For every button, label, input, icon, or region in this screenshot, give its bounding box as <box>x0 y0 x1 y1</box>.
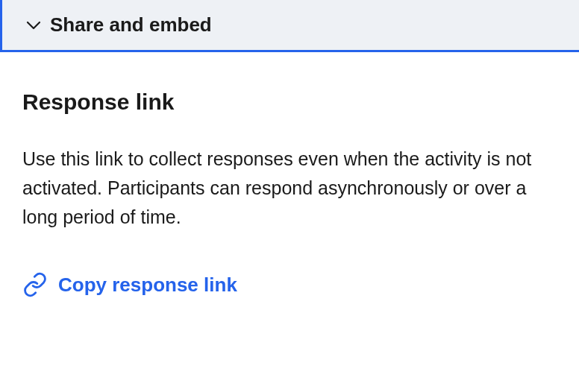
link-icon <box>22 272 48 297</box>
section-description: Use this link to collect responses even … <box>22 145 545 231</box>
section-title: Response link <box>22 89 557 115</box>
accordion-header-share-embed[interactable]: Share and embed <box>0 0 579 52</box>
chevron-down-icon <box>25 16 43 34</box>
accordion-content: Response link Use this link to collect r… <box>0 52 579 323</box>
copy-response-link-button[interactable]: Copy response link <box>22 272 237 297</box>
copy-response-link-label: Copy response link <box>58 274 237 297</box>
accordion-title: Share and embed <box>50 13 212 37</box>
